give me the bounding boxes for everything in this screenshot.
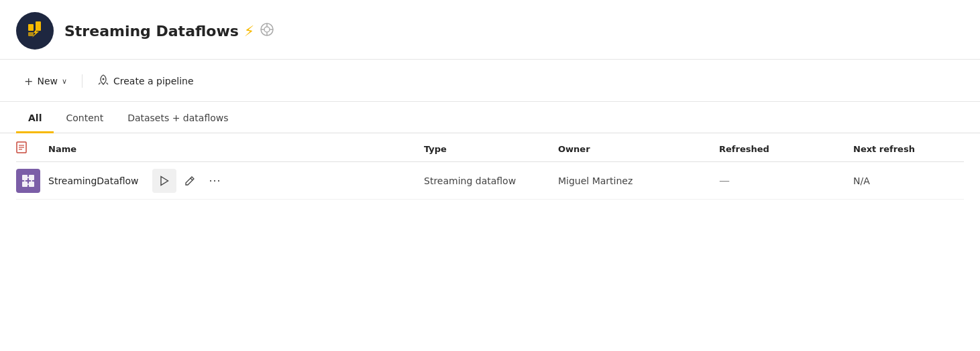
tabs-container: All Content Datasets + dataflows [0, 102, 980, 133]
lightning-icon: ⚡ [244, 23, 254, 40]
row-next-refresh-cell: N/A [853, 174, 964, 187]
dataflow-item-icon [16, 169, 40, 193]
tab-datasets-dataflows[interactable]: Datasets + dataflows [115, 102, 240, 133]
create-pipeline-button[interactable]: Create a pipeline [89, 69, 202, 93]
item-refreshed: — [719, 174, 730, 187]
col-type-header: Type [424, 141, 558, 156]
content-table: Name Type Owner Refreshed Next refresh [0, 133, 980, 200]
col-refreshed-header: Refreshed [719, 141, 853, 156]
row-icon-cell [16, 169, 48, 193]
new-button[interactable]: + New ∨ [16, 70, 75, 92]
item-next-refresh: N/A [853, 176, 870, 186]
svg-rect-17 [22, 182, 28, 187]
chevron-down-icon: ∨ [62, 77, 67, 86]
rocket-icon [97, 74, 109, 88]
toolbar-divider [82, 74, 83, 88]
svg-point-5 [264, 27, 270, 32]
row-owner-cell: Miguel Martinez [558, 174, 719, 187]
svg-line-19 [190, 178, 193, 180]
ellipsis-icon: ··· [209, 173, 221, 188]
row-type-cell: Streaming dataflow [424, 174, 558, 187]
row-refreshed-cell: — [719, 174, 853, 187]
create-pipeline-label: Create a pipeline [113, 76, 194, 86]
app-logo [16, 12, 54, 50]
tab-content[interactable]: Content [54, 102, 115, 133]
col-owner-header: Owner [558, 141, 719, 156]
svg-rect-18 [29, 182, 34, 187]
item-owner: Miguel Martinez [558, 176, 633, 186]
toolbar: + New ∨ Create a pipeline [0, 60, 980, 102]
table-row: StreamingDataflow ··· [16, 162, 964, 200]
page-header: Streaming Dataflows ⚡ [0, 0, 980, 60]
document-icon [16, 141, 27, 156]
svg-rect-1 [28, 24, 34, 31]
tab-all[interactable]: All [16, 102, 54, 133]
more-options-button[interactable]: ··· [203, 169, 227, 193]
svg-rect-3 [28, 32, 34, 36]
edit-button[interactable] [178, 169, 202, 193]
svg-rect-0 [24, 19, 46, 40]
item-type: Streaming dataflow [424, 176, 516, 186]
item-name: StreamingDataflow [48, 176, 139, 186]
col-icon [16, 141, 48, 156]
logo-icon [24, 19, 46, 43]
svg-rect-16 [29, 175, 34, 180]
page-title: Streaming Dataflows ⚡ [64, 22, 274, 40]
row-actions: ··· [152, 169, 227, 193]
col-name-header: Name [48, 141, 424, 156]
svg-rect-15 [22, 175, 28, 180]
row-name-cell: StreamingDataflow ··· [48, 169, 424, 193]
svg-point-10 [103, 78, 105, 80]
title-text: Streaming Dataflows [64, 23, 239, 40]
new-label: New [37, 76, 58, 86]
table-header: Name Type Owner Refreshed Next refresh [16, 133, 964, 162]
run-button[interactable] [152, 169, 176, 193]
col-next-refresh-header: Next refresh [853, 141, 964, 156]
plus-icon: + [24, 75, 33, 88]
settings-icon[interactable] [260, 22, 274, 40]
